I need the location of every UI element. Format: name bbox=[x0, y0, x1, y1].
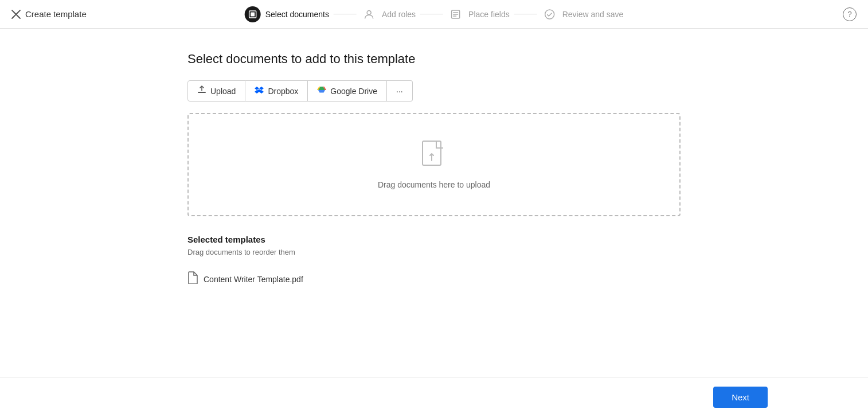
step-place-fields-label: Place fields bbox=[468, 10, 510, 19]
step-add-roles: Add roles bbox=[361, 6, 416, 22]
content-area: Select documents to add to this template… bbox=[187, 52, 681, 290]
file-item: Content Writer Template.pdf bbox=[187, 268, 681, 290]
step-place-fields-icon bbox=[448, 6, 464, 22]
footer: Next bbox=[0, 377, 868, 417]
step-review-save-label: Review and save bbox=[562, 10, 624, 19]
source-buttons: Upload Dropbox bbox=[187, 80, 681, 102]
upload-button[interactable]: Upload bbox=[187, 80, 245, 102]
step-divider-1 bbox=[334, 14, 357, 14]
main-content: Select documents to add to this template… bbox=[0, 29, 868, 313]
upload-file-icon bbox=[420, 140, 448, 172]
step-review-save: Review and save bbox=[542, 6, 624, 22]
selected-templates-section: Selected templates Drag documents to reo… bbox=[187, 235, 681, 290]
selected-templates-subtitle: Drag documents to reorder them bbox=[187, 248, 681, 256]
dropbox-icon bbox=[255, 85, 264, 96]
step-divider-3 bbox=[514, 14, 537, 14]
drop-zone[interactable]: Drag documents here to upload bbox=[187, 113, 681, 216]
file-name: Content Writer Template.pdf bbox=[204, 275, 303, 284]
steps-nav: Select documents Add roles bbox=[245, 6, 624, 22]
step-place-fields: Place fields bbox=[448, 6, 510, 22]
page-title: Select documents to add to this template bbox=[187, 52, 681, 67]
step-add-roles-label: Add roles bbox=[382, 10, 416, 19]
help-button[interactable]: ? bbox=[843, 7, 857, 21]
svg-rect-3 bbox=[251, 12, 255, 16]
google-drive-icon bbox=[317, 85, 326, 96]
upload-icon bbox=[197, 85, 206, 96]
more-sources-button[interactable]: ··· bbox=[387, 80, 413, 102]
header-title: Create template bbox=[25, 9, 87, 19]
dropbox-button[interactable]: Dropbox bbox=[245, 80, 308, 102]
file-icon bbox=[187, 271, 198, 287]
header-right: ? bbox=[843, 7, 857, 21]
svg-point-9 bbox=[545, 10, 554, 19]
header: Create template Select documents Add rol… bbox=[0, 0, 868, 29]
step-select-documents: Select documents bbox=[245, 6, 329, 22]
close-icon bbox=[11, 10, 21, 19]
svg-rect-10 bbox=[198, 92, 206, 93]
step-select-documents-label: Select documents bbox=[265, 10, 329, 19]
step-divider-2 bbox=[420, 14, 443, 14]
next-button[interactable]: Next bbox=[713, 387, 768, 408]
more-icon: ··· bbox=[396, 87, 403, 96]
step-select-documents-icon bbox=[245, 6, 261, 22]
svg-point-4 bbox=[367, 10, 371, 14]
selected-templates-title: Selected templates bbox=[187, 235, 681, 244]
drop-zone-text: Drag documents here to upload bbox=[378, 180, 490, 189]
google-drive-button[interactable]: Google Drive bbox=[308, 80, 387, 102]
close-button[interactable]: Create template bbox=[11, 9, 87, 19]
step-review-save-icon bbox=[542, 6, 558, 22]
step-add-roles-icon bbox=[361, 6, 377, 22]
